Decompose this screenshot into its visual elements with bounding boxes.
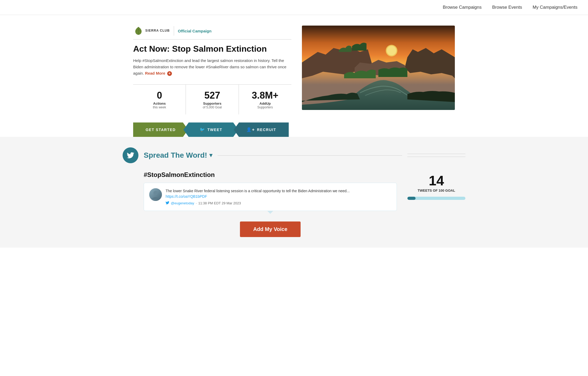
tweet-link[interactable]: https://t.co/oaYQB1bPDF xyxy=(166,194,207,199)
browse-events-link[interactable]: Browse Events xyxy=(492,5,522,10)
twitter-circle-icon xyxy=(123,147,138,163)
my-campaigns-link[interactable]: My Campaigns/Events xyxy=(533,5,577,10)
stat-actions: 0 Actions this week xyxy=(133,85,186,114)
spread-title: Spread The Word! ▾ xyxy=(144,151,212,160)
tweet-meta: @eugenetoday · 11:38 PM EDT 29 Mar 2023 xyxy=(166,201,391,205)
right-panel xyxy=(302,26,455,110)
stat-addup-sublabel: Supporters xyxy=(242,105,289,109)
svg-point-4 xyxy=(153,191,158,195)
stat-supporters-sublabel: of 5,000 Goal xyxy=(189,105,236,109)
stat-supporters-label: Supporters xyxy=(189,102,236,105)
add-voice-container: Add My Voice xyxy=(144,221,397,237)
right-divider-1 xyxy=(407,154,465,154)
org-divider xyxy=(174,26,174,36)
org-header: SIERRA CLUB Official Campaign xyxy=(133,26,291,40)
campaign-image xyxy=(302,26,455,110)
spread-content: #StopSalmonExtinction xyxy=(123,171,465,237)
tweet-progress-bar xyxy=(407,197,465,200)
recruit-button[interactable]: 👤+ RECRUIT xyxy=(234,122,289,137)
spread-section: Spread The Word! ▾ #StopSalmonExtinction xyxy=(0,137,588,248)
org-name: SIERRA CLUB xyxy=(145,29,170,32)
sierra-club-logo: SIERRA CLUB xyxy=(133,26,170,36)
browse-campaigns-link[interactable]: Browse Campaigns xyxy=(443,5,481,10)
svg-point-2 xyxy=(387,46,396,55)
spread-section-divider xyxy=(218,155,402,156)
main-container: SIERRA CLUB Official Campaign Act Now: S… xyxy=(123,15,465,137)
tweet-avatar xyxy=(149,188,162,201)
read-more-link[interactable]: Read More + xyxy=(145,71,172,75)
stats-row: 0 Actions this week 527 Supporters of 5,… xyxy=(133,84,291,114)
chevron-down-icon: ▾ xyxy=(209,152,212,159)
stat-addup-count: 3.8M+ xyxy=(242,90,289,101)
campaign-title: Act Now: Stop Salmon Extinction xyxy=(133,44,291,54)
stat-addup: 3.8M+ AddUp Supporters xyxy=(239,85,291,114)
tweet-handle: @eugenetoday xyxy=(171,201,194,205)
tweet-inner: The lower Snake River federal listening … xyxy=(149,188,391,205)
campaign-description: Help #StopSalmonExtinction and lead the … xyxy=(133,57,291,76)
tweet-area: #StopSalmonExtinction xyxy=(144,171,397,237)
tweet-text: The lower Snake River federal listening … xyxy=(166,188,391,199)
sierra-leaf-icon xyxy=(133,26,144,36)
left-panel: SIERRA CLUB Official Campaign Act Now: S… xyxy=(133,26,291,114)
stat-actions-label: Actions xyxy=(136,102,183,105)
right-divider-2 xyxy=(407,157,465,157)
tweet-separator: · xyxy=(196,201,197,205)
tweet-bird-small-icon xyxy=(166,201,169,205)
tweet-card: The lower Snake River federal listening … xyxy=(144,183,397,211)
tweet-count-label: TWEETS OF 100 GOAL xyxy=(407,189,465,192)
tweet-count-number: 14 xyxy=(407,174,465,187)
tweet-content: The lower Snake River federal listening … xyxy=(166,188,391,205)
add-voice-button[interactable]: Add My Voice xyxy=(240,221,301,237)
action-buttons: GET STARTED 🐦 TWEET 👤+ RECRUIT xyxy=(133,122,289,137)
get-started-button[interactable]: GET STARTED xyxy=(133,122,188,137)
stat-actions-sublabel: this week xyxy=(136,105,183,109)
navigation: Browse Campaigns Browse Events My Campai… xyxy=(0,0,588,15)
stat-addup-label: AddUp xyxy=(242,102,289,105)
tweet-bird-icon: 🐦 xyxy=(200,127,205,132)
tweet-time: 11:38 PM EDT 29 Mar 2023 xyxy=(198,201,241,205)
tweet-progress-fill xyxy=(407,197,416,200)
stat-actions-count: 0 xyxy=(136,90,183,101)
hashtag-title: #StopSalmonExtinction xyxy=(144,171,397,179)
plus-icon: + xyxy=(167,71,172,76)
recruit-icon: 👤+ xyxy=(246,127,255,132)
official-badge: Official Campaign xyxy=(178,29,212,33)
stat-supporters-count: 527 xyxy=(189,90,236,101)
spread-header: Spread The Word! ▾ xyxy=(123,147,465,163)
tweet-button[interactable]: 🐦 TWEET xyxy=(184,122,239,137)
stat-supporters: 527 Supporters of 5,000 Goal xyxy=(186,85,239,114)
tweet-counter: 14 TWEETS OF 100 GOAL xyxy=(407,171,465,237)
top-section: SIERRA CLUB Official Campaign Act Now: S… xyxy=(133,26,455,114)
